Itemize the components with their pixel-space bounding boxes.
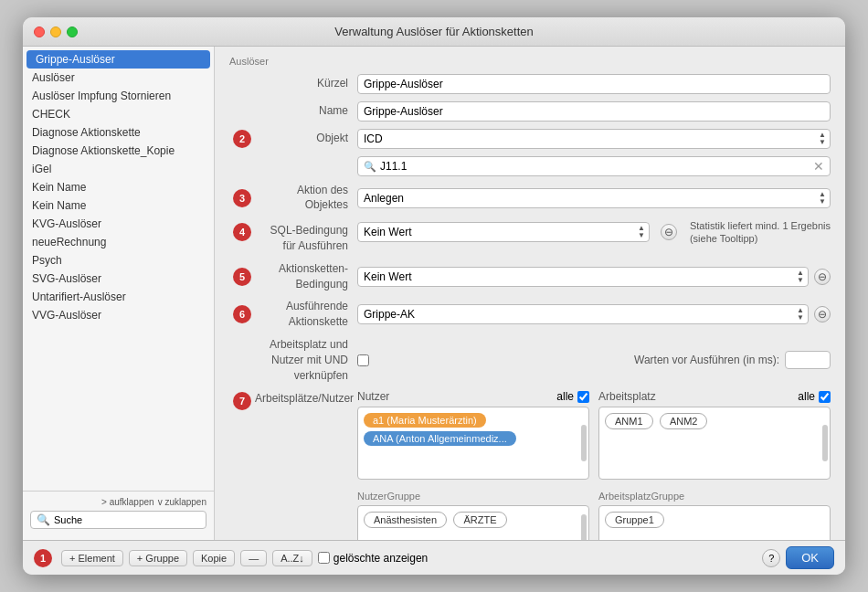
sql-minus-btn[interactable]: ⊖ — [661, 224, 677, 240]
sidebar-item-2[interactable]: Auslöser Impfung Stornieren — [23, 87, 214, 105]
objekt-select[interactable]: ICD — [357, 129, 831, 149]
ausfkette-row: 6 AusführendeAktionskette Grippe-AK ▲▼ ⊖ — [229, 299, 831, 330]
ausfkette-select-wrap: Grippe-AK ▲▼ — [357, 304, 809, 324]
name-input[interactable] — [357, 101, 831, 122]
bottom-bar: 1 + Element + Gruppe Kopie — A..Z↓ gelös… — [23, 540, 845, 575]
aktkette-right: Kein Wert ▲▼ ⊖ — [357, 267, 831, 287]
sidebar-list: Grippe-Auslöser Auslöser Auslöser Impfun… — [23, 47, 214, 491]
close-button[interactable] — [34, 26, 45, 37]
kuerzel-label: Kürzel — [229, 77, 357, 91]
objekt-select-wrap: ICD ▲▼ — [357, 129, 831, 149]
add-element-btn[interactable]: + Element — [61, 550, 123, 566]
wp-tag-1[interactable]: ANM2 — [660, 413, 708, 429]
nutzer-tag-0[interactable]: a1 (Maria Musterärztin) — [364, 413, 486, 428]
nutzer-scrollbar[interactable] — [581, 425, 587, 461]
wp-tag-0[interactable]: ANM1 — [605, 413, 653, 429]
minimize-button[interactable] — [50, 26, 61, 37]
clear-search-icon[interactable]: ✕ — [813, 159, 824, 174]
objekt-right: ICD ▲▼ — [357, 129, 831, 149]
geloeschte-checkbox[interactable] — [318, 552, 330, 564]
aktion-label: Aktion des Objektes — [255, 184, 357, 212]
aktkette-row: 5 Aktionsketten-Bedingung Kein Wert ▲▼ ⊖ — [229, 261, 831, 292]
wpg-tag-0[interactable]: Gruppe1 — [605, 512, 664, 528]
maximize-button[interactable] — [67, 26, 78, 37]
nutzer-tag-1[interactable]: ANA (Anton Allgemeinmediz... — [364, 431, 516, 446]
sidebar-item-10[interactable]: neueRechnung — [23, 233, 214, 251]
und-checkbox[interactable] — [357, 354, 369, 366]
sidebar-item-12[interactable]: SVG-Auslöser — [23, 270, 214, 288]
sidebar-item-1[interactable]: Auslöser — [23, 69, 214, 87]
search-icd-box[interactable]: 🔍 ✕ — [357, 156, 831, 176]
aktkette-select-wrap: Kein Wert ▲▼ — [357, 267, 809, 287]
sidebar-item-11[interactable]: Psych — [23, 251, 214, 270]
wp-content: Nutzer alle a1 (Maria Musterärztin) ANA … — [357, 390, 831, 540]
wp-section: 7 Arbeitsplätze/Nutzer Nutzer alle — [229, 390, 831, 540]
sidebar-item-14[interactable]: VVG-Auslöser — [23, 306, 214, 324]
ng-tag-0[interactable]: Anästhesisten — [364, 512, 447, 528]
aktion-select[interactable]: Anlegen — [357, 188, 831, 208]
sidebar-item-0[interactable]: Grippe-Auslöser — [26, 50, 210, 69]
badge-7: 7 — [233, 392, 251, 410]
sidebar-item-5[interactable]: Diagnose Aktionskette_Kopie — [23, 142, 214, 160]
aktkette-select[interactable]: Kein Wert — [357, 267, 809, 287]
sidebar-item-8[interactable]: Kein Name — [23, 196, 214, 215]
aktion-row: 3 Aktion des Objektes Anlegen ▲▼ — [229, 184, 831, 212]
aktion-right: Anlegen ▲▼ — [357, 188, 831, 208]
minus-btn[interactable]: — — [240, 550, 267, 566]
arbeitsplatz-title: Arbeitsplatz — [598, 390, 656, 403]
name-row: Name — [229, 101, 831, 122]
arbeitsplatz-scrollbar[interactable] — [822, 425, 828, 461]
search-icd-input[interactable] — [380, 160, 813, 173]
arbeitsplatz-header: Arbeitsplatz alle — [598, 390, 831, 403]
nutzer-list: a1 (Maria Musterärztin) ANA (Anton Allge… — [357, 407, 589, 480]
wpgruppe-block: ArbeitsplatzGruppe Gruppe1 — [598, 485, 831, 540]
aktkette-minus-btn[interactable]: ⊖ — [814, 269, 831, 285]
geloeschte-text: gelöschte anzeigen — [333, 552, 428, 565]
warten-input[interactable] — [785, 351, 831, 369]
search-box[interactable]: 🔍 — [30, 511, 206, 529]
search-input[interactable] — [54, 514, 200, 525]
objekt-row: 2 Objekt ICD ▲▼ — [229, 129, 831, 149]
help-btn[interactable]: ? — [762, 549, 780, 567]
sidebar-item-6[interactable]: iGel — [23, 160, 214, 178]
sql-select[interactable]: Kein Wert — [357, 222, 650, 242]
stat-note: Statistik liefert mind. 1 Ergebnis (sieh… — [690, 219, 831, 246]
ausfkette-select[interactable]: Grippe-AK — [357, 304, 809, 324]
traffic-lights — [34, 26, 78, 37]
geloeschte-label: gelöschte anzeigen — [318, 552, 428, 565]
ok-btn[interactable]: OK — [786, 546, 834, 569]
copy-btn[interactable]: Kopie — [193, 550, 235, 566]
add-group-btn[interactable]: + Gruppe — [129, 550, 187, 566]
sidebar-item-13[interactable]: Untarifiert-Auslöser — [23, 288, 214, 306]
nutzer-alle-label: alle — [556, 390, 574, 403]
search-icd-row: 🔍 ✕ — [229, 156, 831, 176]
nutzergruppe-list: Anästhesisten ÄRZTE — [357, 505, 589, 540]
badge-4: 4 — [233, 223, 251, 241]
badge-6-spacer: 6 — [229, 305, 255, 323]
sidebar-item-7[interactable]: Kein Name — [23, 178, 214, 196]
wp-headers-row: Nutzer alle a1 (Maria Musterärztin) ANA … — [357, 390, 831, 480]
expand-btn[interactable]: > aufklappen — [101, 497, 154, 507]
kuerzel-input[interactable] — [357, 74, 831, 94]
nutzergruppe-scrollbar[interactable] — [581, 514, 587, 540]
sidebar: Grippe-Auslöser Auslöser Auslöser Impfun… — [23, 47, 215, 540]
collapse-btn[interactable]: v zuklappen — [158, 497, 206, 507]
sql-right: Kein Wert ▲▼ ⊖ Statistik liefert mind. 1… — [357, 219, 831, 246]
wpgruppe-list: Gruppe1 — [598, 505, 831, 540]
badge-4-spacer: 4 — [229, 219, 255, 241]
search-icon: 🔍 — [37, 513, 50, 526]
aktion-select-wrap: Anlegen ▲▼ — [357, 188, 831, 208]
arbeitsplatz-alle-checkbox[interactable] — [819, 391, 831, 403]
sort-btn[interactable]: A..Z↓ — [272, 550, 312, 566]
ausfkette-minus-btn[interactable]: ⊖ — [814, 306, 831, 322]
sidebar-item-3[interactable]: CHECK — [23, 105, 214, 123]
sidebar-item-4[interactable]: Diagnose Aktionskette — [23, 123, 214, 142]
nutzer-alle-checkbox[interactable] — [577, 391, 589, 403]
ng-tag-1[interactable]: ÄRZTE — [453, 512, 506, 528]
aktkette-label: Aktionsketten-Bedingung — [255, 261, 357, 292]
nutzergruppe-block: NutzerGruppe Anästhesisten ÄRZTE — [357, 485, 589, 540]
sidebar-bottom: > aufklappen v zuklappen 🔍 — [23, 491, 214, 540]
badge-2: 2 — [233, 130, 251, 148]
und-right: Warten vor Ausführen (in ms): — [357, 351, 831, 369]
sidebar-item-9[interactable]: KVG-Auslöser — [23, 215, 214, 233]
